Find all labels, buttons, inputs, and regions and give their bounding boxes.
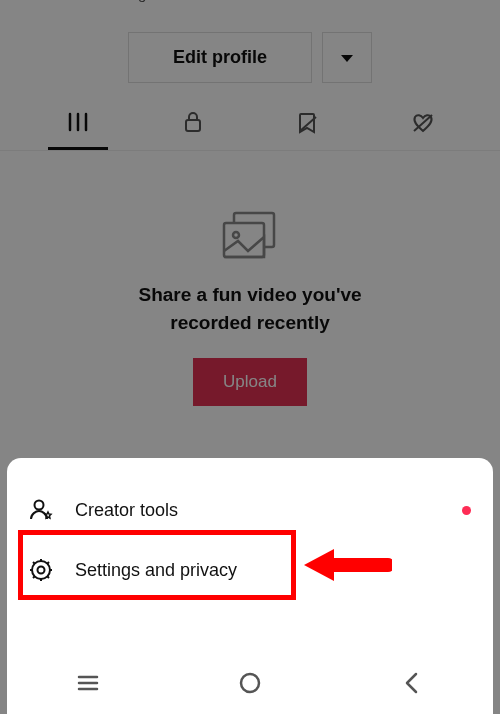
circle-icon (237, 670, 263, 696)
svg-point-24 (241, 674, 259, 692)
svg-line-19 (33, 576, 35, 578)
creator-tools-icon (29, 498, 53, 522)
svg-line-18 (47, 576, 49, 578)
svg-point-12 (38, 567, 45, 574)
svg-line-17 (33, 562, 35, 564)
nav-back-button[interactable] (382, 670, 442, 696)
back-icon (399, 670, 425, 696)
svg-line-20 (47, 562, 49, 564)
sheet-item-settings-privacy[interactable]: Settings and privacy (7, 540, 493, 600)
bottom-sheet: Creator tools Settings and privacy (7, 458, 493, 714)
settings-privacy-label: Settings and privacy (75, 560, 237, 581)
creator-tools-label: Creator tools (75, 500, 178, 521)
android-navbar (7, 652, 493, 714)
svg-point-10 (35, 501, 44, 510)
sheet-item-creator-tools[interactable]: Creator tools (7, 480, 493, 540)
notification-dot (462, 506, 471, 515)
hamburger-icon (75, 670, 101, 696)
nav-recent-button[interactable] (58, 670, 118, 696)
gear-icon (29, 558, 53, 582)
nav-home-button[interactable] (220, 670, 280, 696)
